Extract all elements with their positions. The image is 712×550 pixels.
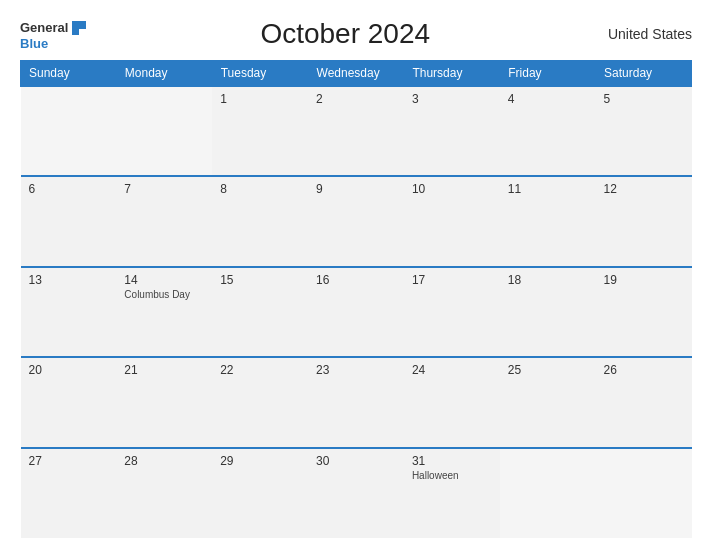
calendar-cell-w2-d1: 7 xyxy=(116,176,212,266)
day-number-4: 4 xyxy=(508,92,588,106)
day-number-20: 20 xyxy=(29,363,109,377)
calendar-header: General Blue October 2024 United States xyxy=(20,18,692,50)
calendar-cell-w4-d6: 26 xyxy=(596,357,692,447)
calendar-title: October 2024 xyxy=(88,18,602,50)
calendar-cell-w3-d2: 15 xyxy=(212,267,308,357)
calendar-cell-w3-d3: 16 xyxy=(308,267,404,357)
calendar-page: General Blue October 2024 United States … xyxy=(0,0,712,550)
header-monday: Monday xyxy=(116,61,212,87)
calendar-cell-w1-d0 xyxy=(21,86,117,176)
day-number-21: 21 xyxy=(124,363,204,377)
week-row-1: 12345 xyxy=(21,86,692,176)
logo-general-text: General xyxy=(20,21,68,34)
day-number-13: 13 xyxy=(29,273,109,287)
calendar-cell-w2-d2: 8 xyxy=(212,176,308,266)
header-thursday: Thursday xyxy=(404,61,500,87)
calendar-cell-w3-d1: 14Columbus Day xyxy=(116,267,212,357)
calendar-cell-w1-d3: 2 xyxy=(308,86,404,176)
day-number-12: 12 xyxy=(604,182,684,196)
calendar-cell-w5-d3: 30 xyxy=(308,448,404,538)
day-number-10: 10 xyxy=(412,182,492,196)
header-wednesday: Wednesday xyxy=(308,61,404,87)
event-label-14: Columbus Day xyxy=(124,289,204,300)
day-number-25: 25 xyxy=(508,363,588,377)
calendar-cell-w5-d1: 28 xyxy=(116,448,212,538)
calendar-cell-w3-d4: 17 xyxy=(404,267,500,357)
calendar-cell-w5-d4: 31Halloween xyxy=(404,448,500,538)
logo-flag-icon xyxy=(70,19,88,37)
calendar-cell-w1-d2: 1 xyxy=(212,86,308,176)
day-number-11: 11 xyxy=(508,182,588,196)
calendar-cell-w4-d4: 24 xyxy=(404,357,500,447)
calendar-cell-w5-d5 xyxy=(500,448,596,538)
day-number-16: 16 xyxy=(316,273,396,287)
day-number-3: 3 xyxy=(412,92,492,106)
day-number-8: 8 xyxy=(220,182,300,196)
day-number-30: 30 xyxy=(316,454,396,468)
day-number-24: 24 xyxy=(412,363,492,377)
svg-marker-1 xyxy=(79,21,86,29)
day-number-27: 27 xyxy=(29,454,109,468)
day-number-18: 18 xyxy=(508,273,588,287)
day-number-22: 22 xyxy=(220,363,300,377)
week-row-2: 6789101112 xyxy=(21,176,692,266)
country-label: United States xyxy=(602,26,692,42)
calendar-cell-w4-d3: 23 xyxy=(308,357,404,447)
calendar-cell-w1-d5: 4 xyxy=(500,86,596,176)
day-number-15: 15 xyxy=(220,273,300,287)
calendar-cell-w4-d5: 25 xyxy=(500,357,596,447)
calendar-cell-w2-d4: 10 xyxy=(404,176,500,266)
day-number-9: 9 xyxy=(316,182,396,196)
calendar-cell-w1-d1 xyxy=(116,86,212,176)
logo-blue-text: Blue xyxy=(20,37,48,50)
calendar-cell-w3-d5: 18 xyxy=(500,267,596,357)
day-number-28: 28 xyxy=(124,454,204,468)
day-number-31: 31 xyxy=(412,454,492,468)
event-label-31: Halloween xyxy=(412,470,492,481)
calendar-cell-w4-d2: 22 xyxy=(212,357,308,447)
day-number-29: 29 xyxy=(220,454,300,468)
week-row-3: 1314Columbus Day1516171819 xyxy=(21,267,692,357)
day-number-14: 14 xyxy=(124,273,204,287)
calendar-cell-w4-d1: 21 xyxy=(116,357,212,447)
week-row-4: 20212223242526 xyxy=(21,357,692,447)
header-saturday: Saturday xyxy=(596,61,692,87)
header-tuesday: Tuesday xyxy=(212,61,308,87)
week-row-5: 2728293031Halloween xyxy=(21,448,692,538)
calendar-cell-w1-d4: 3 xyxy=(404,86,500,176)
calendar-table: Sunday Monday Tuesday Wednesday Thursday… xyxy=(20,60,692,538)
day-number-6: 6 xyxy=(29,182,109,196)
calendar-cell-w2-d0: 6 xyxy=(21,176,117,266)
calendar-cell-w5-d2: 29 xyxy=(212,448,308,538)
calendar-cell-w5-d6 xyxy=(596,448,692,538)
day-number-17: 17 xyxy=(412,273,492,287)
calendar-cell-w1-d6: 5 xyxy=(596,86,692,176)
header-friday: Friday xyxy=(500,61,596,87)
day-number-26: 26 xyxy=(604,363,684,377)
logo: General Blue xyxy=(20,19,88,50)
calendar-cell-w2-d3: 9 xyxy=(308,176,404,266)
day-number-7: 7 xyxy=(124,182,204,196)
calendar-cell-w4-d0: 20 xyxy=(21,357,117,447)
day-number-23: 23 xyxy=(316,363,396,377)
day-number-2: 2 xyxy=(316,92,396,106)
day-number-19: 19 xyxy=(604,273,684,287)
day-number-5: 5 xyxy=(604,92,684,106)
calendar-cell-w3-d0: 13 xyxy=(21,267,117,357)
calendar-cell-w2-d5: 11 xyxy=(500,176,596,266)
calendar-cell-w5-d0: 27 xyxy=(21,448,117,538)
day-number-1: 1 xyxy=(220,92,300,106)
day-headers-row: Sunday Monday Tuesday Wednesday Thursday… xyxy=(21,61,692,87)
calendar-cell-w2-d6: 12 xyxy=(596,176,692,266)
calendar-cell-w3-d6: 19 xyxy=(596,267,692,357)
header-sunday: Sunday xyxy=(21,61,117,87)
